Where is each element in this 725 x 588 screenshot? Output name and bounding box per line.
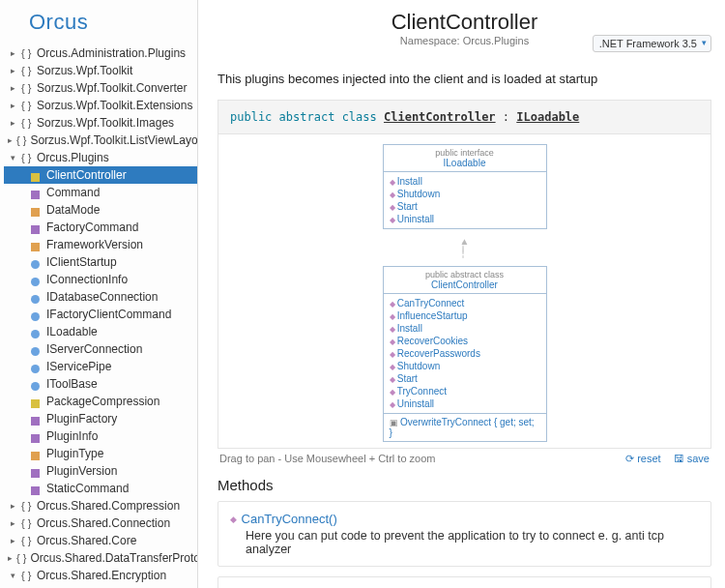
main-content: ClientController Namespace: Orcus.Plugin… (198, 0, 725, 588)
page-title: ClientController (218, 10, 711, 35)
method-card: InfluenceStartup(IClientStartup clientSt… (218, 576, 711, 588)
member-item[interactable]: IToolBase (4, 375, 197, 393)
member-item[interactable]: ClientController (4, 166, 197, 184)
inheritance-arrow: ▲┆┆ (460, 239, 470, 256)
method-signature[interactable]: CanTryConnect() (230, 512, 699, 526)
diagram-controls: Drag to pan - Use Mousewheel + Ctrl to z… (218, 449, 711, 467)
namespace-item[interactable]: ▸{ }Orcus.Shared.DataTransferProtoc (4, 549, 197, 567)
member-item[interactable]: ILoadable (4, 323, 197, 340)
namespace-item[interactable]: ▸{ }Orcus.Shared.Core (4, 532, 197, 549)
methods-heading: Methods (218, 477, 711, 493)
namespace-item[interactable]: ▾{ }Orcus.Plugins (4, 149, 197, 166)
member-item[interactable]: StaticCommand (4, 480, 197, 497)
namespace-item[interactable]: ▸{ }Orcus.Shared.Compression (4, 497, 197, 514)
member-item[interactable]: DataMode (4, 201, 197, 219)
member-item[interactable]: PluginVersion (4, 462, 197, 480)
member-item[interactable]: PackageCompression (4, 393, 197, 410)
member-item[interactable]: PluginFactory (4, 410, 197, 427)
namespace-item[interactable]: ▸{ }Orcus.Administration.Plugins (4, 44, 197, 62)
namespace-item[interactable]: ▸{ }Sorzus.Wpf.Toolkit.Images (4, 114, 197, 132)
namespace-item[interactable]: ▸{ }Sorzus.Wpf.Toolkit.ListViewLayou (4, 132, 197, 149)
method-card: CanTryConnect()Here you can put code to … (218, 501, 711, 567)
class-summary: This plugins becomes injected into the c… (218, 72, 711, 86)
signature-codeblock: public abstract class ClientController :… (218, 100, 711, 134)
member-item[interactable]: AES (4, 584, 197, 588)
namespace-item[interactable]: ▸{ }Sorzus.Wpf.Toolkit (4, 62, 197, 79)
member-item[interactable]: FactoryCommand (4, 219, 197, 236)
namespace-item[interactable]: ▸{ }Orcus.Shared.Connection (4, 514, 197, 532)
diagram-reset-link[interactable]: ⟳ reset (625, 453, 661, 464)
member-item[interactable]: IServicePipe (4, 358, 197, 375)
diagram-interface-box[interactable]: public interface ILoadable InstallShutdo… (383, 144, 547, 229)
namespace-item[interactable]: ▸{ }Sorzus.Wpf.Toolkit.Extensions (4, 97, 197, 114)
member-item[interactable]: IClientStartup (4, 253, 197, 271)
brand-title: Orcus (0, 0, 197, 41)
diagram-class-box[interactable]: public abstract class ClientController C… (383, 266, 547, 442)
member-item[interactable]: PluginInfo (4, 427, 197, 445)
framework-select-value: .NET Framework 3.5 (599, 38, 697, 49)
namespace-item[interactable]: ▾{ }Orcus.Shared.Encryption (4, 567, 197, 584)
member-item[interactable]: Command (4, 184, 197, 201)
member-item[interactable]: IFactoryClientCommand (4, 306, 197, 323)
method-description: Here you can put code to prevent the app… (230, 529, 699, 556)
member-item[interactable]: IConnectionInfo (4, 271, 197, 288)
member-item[interactable]: FrameworkVersion (4, 236, 197, 253)
diagram-save-link[interactable]: 🖫 save (674, 453, 710, 464)
framework-select[interactable]: .NET Framework 3.5 (593, 35, 711, 52)
member-item[interactable]: IServerConnection (4, 340, 197, 358)
member-item[interactable]: PluginType (4, 445, 197, 462)
diagram-hint: Drag to pan - Use Mousewheel + Ctrl to z… (219, 453, 435, 465)
sidebar: Orcus ▸{ }Orcus.Administration.Plugins▸{… (0, 0, 198, 588)
inheritance-diagram[interactable]: public interface ILoadable InstallShutdo… (218, 133, 711, 449)
member-item[interactable]: IDatabaseConnection (4, 288, 197, 306)
namespace-tree: ▸{ }Orcus.Administration.Plugins▸{ }Sorz… (0, 41, 197, 588)
namespace-item[interactable]: ▸{ }Sorzus.Wpf.Toolkit.Converter (4, 79, 197, 97)
